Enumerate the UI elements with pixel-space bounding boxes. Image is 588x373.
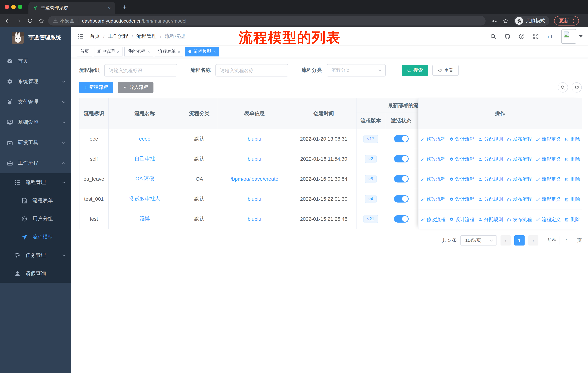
- sidebar-item-infrastructure[interactable]: 基础设施: [0, 112, 71, 133]
- sidebar-item-payment[interactable]: 支付管理: [0, 92, 71, 112]
- font-size-icon[interactable]: TT: [547, 33, 555, 40]
- action-delete-link[interactable]: 删除: [564, 176, 580, 182]
- page-size-select[interactable]: 10条/页: [460, 235, 497, 245]
- tab-close-icon[interactable]: ×: [108, 5, 111, 11]
- process-name-link[interactable]: 滔博: [140, 216, 150, 222]
- action-definition-link[interactable]: 流程定义: [536, 216, 561, 223]
- sidebar-item-process-manage[interactable]: 流程管理: [0, 173, 71, 192]
- tag-close-icon[interactable]: ×: [147, 49, 150, 54]
- key-icon[interactable]: [491, 18, 497, 24]
- form-info-link[interactable]: biubiu: [248, 136, 261, 142]
- action-delete-link[interactable]: 删除: [564, 196, 580, 202]
- action-design-link[interactable]: 设计流程: [449, 136, 474, 142]
- action-definition-link[interactable]: 流程定义: [536, 176, 561, 182]
- process-name-link[interactable]: 自己审批: [135, 156, 155, 161]
- action-design-link[interactable]: 设计流程: [449, 176, 474, 182]
- tag-process-model[interactable]: 流程模型 ×: [185, 47, 219, 56]
- create-process-button[interactable]: + 新建流程: [79, 82, 113, 93]
- action-publish-link[interactable]: 发布流程: [507, 156, 532, 162]
- new-tab-button[interactable]: +: [120, 3, 129, 12]
- hamburger-icon[interactable]: [77, 33, 84, 40]
- sidebar-item-workflow[interactable]: 工作流程: [0, 153, 71, 173]
- traffic-light-close[interactable]: [5, 5, 9, 9]
- status-toggle[interactable]: [394, 215, 409, 222]
- action-assign-link[interactable]: 分配规则: [478, 136, 503, 142]
- home-icon[interactable]: [38, 18, 44, 24]
- tag-tenant-manage[interactable]: 租户管理 ×: [94, 47, 123, 56]
- refresh-table-button[interactable]: [572, 82, 582, 92]
- browser-tab[interactable]: 芋道管理系统 ×: [28, 2, 115, 14]
- github-icon[interactable]: [504, 33, 511, 40]
- security-label[interactable]: 不安全: [60, 18, 74, 24]
- status-toggle[interactable]: [394, 175, 409, 182]
- current-page-button[interactable]: 1: [514, 235, 525, 245]
- avatar-caret-icon[interactable]: [579, 35, 583, 37]
- tag-close-icon[interactable]: ×: [213, 49, 216, 54]
- show-search-button[interactable]: [558, 82, 568, 92]
- filter-id-input[interactable]: [104, 64, 177, 77]
- action-definition-link[interactable]: 流程定义: [536, 156, 561, 162]
- action-assign-link[interactable]: 分配规则: [478, 176, 503, 182]
- brand-header[interactable]: 芋道管理系统: [0, 27, 71, 48]
- status-toggle[interactable]: [394, 135, 409, 142]
- action-modify-link[interactable]: 修改流程: [420, 176, 445, 182]
- action-assign-link[interactable]: 分配规则: [478, 196, 503, 202]
- tag-process-form[interactable]: 流程表单 ×: [155, 47, 184, 56]
- kebab-menu-icon[interactable]: ⋮: [571, 18, 576, 23]
- help-icon[interactable]: [518, 33, 525, 40]
- sidebar-item-dev-tools[interactable]: 研发工具: [0, 133, 71, 153]
- tag-close-icon[interactable]: ×: [178, 49, 180, 54]
- search-icon[interactable]: [490, 33, 496, 40]
- form-info-link[interactable]: /bpm/oa/leave/create: [231, 176, 278, 182]
- filter-name-input[interactable]: [215, 64, 288, 77]
- import-process-button[interactable]: 导入流程: [118, 82, 153, 93]
- back-icon[interactable]: [4, 18, 10, 24]
- next-page-button[interactable]: ›: [528, 235, 538, 245]
- goto-page-input[interactable]: [560, 236, 574, 245]
- process-name-link[interactable]: OA 请假: [136, 176, 154, 181]
- traffic-light-minimize[interactable]: [11, 5, 16, 9]
- action-publish-link[interactable]: 发布流程: [507, 216, 532, 223]
- breadcrumb-workflow[interactable]: 工作流程: [108, 33, 128, 40]
- browser-update-button[interactable]: 更新 ⋮: [554, 16, 579, 26]
- action-assign-link[interactable]: 分配规则: [478, 156, 503, 162]
- sidebar-item-process-form[interactable]: 流程表单: [0, 192, 71, 210]
- form-info-link[interactable]: biubiu: [248, 156, 261, 162]
- form-info-link[interactable]: biubiu: [248, 196, 261, 202]
- breadcrumb-home[interactable]: 首页: [90, 33, 100, 40]
- action-definition-link[interactable]: 流程定义: [536, 196, 561, 202]
- tag-home[interactable]: 首页: [77, 47, 92, 56]
- action-modify-link[interactable]: 修改流程: [420, 156, 445, 162]
- action-publish-link[interactable]: 发布流程: [507, 196, 532, 202]
- traffic-light-maximize[interactable]: [18, 5, 22, 9]
- action-assign-link[interactable]: 分配规则: [478, 216, 503, 223]
- action-modify-link[interactable]: 修改流程: [420, 136, 445, 142]
- filter-category-select[interactable]: 流程分类: [327, 64, 386, 77]
- sidebar-item-user-group[interactable]: 用户分组: [0, 210, 71, 228]
- action-design-link[interactable]: 设计流程: [449, 156, 474, 162]
- address-bar[interactable]: 不安全 dashboard.yudao.iocoder.cn/bpm/manag…: [48, 16, 486, 26]
- sidebar-item-leave-query[interactable]: 请假查询: [0, 264, 71, 283]
- fullscreen-icon[interactable]: [533, 33, 539, 40]
- action-delete-link[interactable]: 删除: [564, 136, 580, 142]
- forward-icon[interactable]: [16, 18, 22, 24]
- status-toggle[interactable]: [394, 155, 409, 162]
- sidebar-item-system[interactable]: 系统管理: [0, 71, 71, 92]
- search-button[interactable]: 搜索: [402, 65, 428, 76]
- status-toggle[interactable]: [394, 195, 409, 202]
- action-modify-link[interactable]: 修改流程: [420, 196, 445, 202]
- action-publish-link[interactable]: 发布流程: [507, 136, 532, 142]
- reset-button[interactable]: 重置: [432, 65, 459, 76]
- tag-my-process[interactable]: 我的流程 ×: [125, 47, 153, 56]
- process-name-link[interactable]: 测试多审批人: [129, 196, 160, 202]
- avatar[interactable]: [561, 29, 576, 43]
- sidebar-item-home[interactable]: 首页: [0, 51, 71, 71]
- form-info-link[interactable]: biubiu: [248, 216, 261, 222]
- sidebar-item-process-model[interactable]: 流程模型: [0, 228, 71, 246]
- prev-page-button[interactable]: ‹: [501, 235, 511, 245]
- process-name-link[interactable]: eeee: [139, 136, 150, 142]
- action-definition-link[interactable]: 流程定义: [536, 136, 561, 142]
- action-modify-link[interactable]: 修改流程: [420, 216, 445, 223]
- sidebar-item-task-manage[interactable]: 任务管理: [0, 246, 71, 264]
- tag-close-icon[interactable]: ×: [117, 49, 119, 54]
